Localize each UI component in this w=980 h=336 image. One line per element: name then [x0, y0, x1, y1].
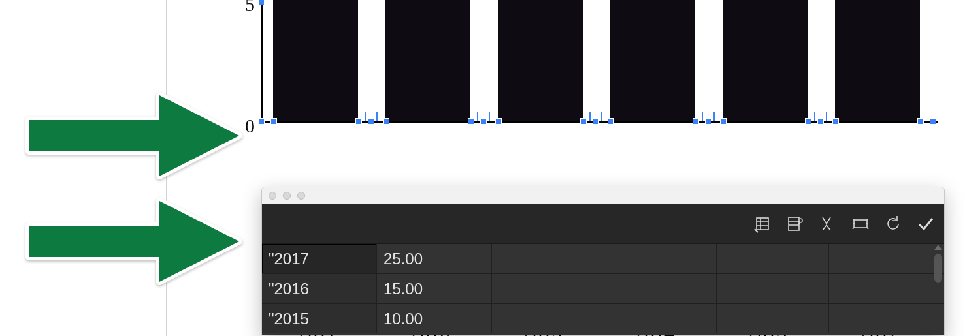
- cell-empty[interactable]: [492, 304, 604, 333]
- cell-value[interactable]: 15.00: [377, 274, 492, 303]
- apply-icon[interactable]: [917, 215, 935, 233]
- bar-rect[interactable]: [610, 0, 695, 121]
- table-row[interactable]: "2016 15.00: [262, 273, 944, 303]
- window-zoom-icon[interactable]: [297, 192, 305, 200]
- cell-value[interactable]: 10.00: [377, 304, 492, 333]
- cell-empty[interactable]: [492, 244, 604, 273]
- y-tick-5: 5: [222, 0, 255, 16]
- selection-handle[interactable]: [720, 118, 727, 125]
- selection-tick: [376, 112, 378, 121]
- svg-rect-2: [854, 220, 867, 228]
- cell-year[interactable]: "2017: [262, 244, 377, 273]
- bar-rect[interactable]: [498, 0, 583, 121]
- graph-data-panel[interactable]: "2017 25.00 "2016 15.00 "2015 10.00: [261, 187, 945, 335]
- cell-empty[interactable]: [604, 304, 717, 333]
- cell-empty[interactable]: [717, 304, 829, 333]
- cell-empty[interactable]: [604, 274, 717, 303]
- selection-tick: [702, 112, 703, 121]
- window-titlebar[interactable]: [262, 187, 944, 204]
- selection-handle[interactable]: [495, 118, 502, 125]
- svg-rect-1: [789, 217, 799, 230]
- data-grid[interactable]: "2017 25.00 "2016 15.00 "2015 10.00: [262, 243, 944, 335]
- selection-tick: [489, 112, 490, 121]
- cell-empty[interactable]: [829, 304, 941, 333]
- cell-year[interactable]: "2016: [262, 274, 377, 303]
- cell-empty[interactable]: [492, 274, 604, 303]
- import-data-icon[interactable]: [753, 215, 772, 233]
- cell-empty[interactable]: [829, 274, 941, 303]
- selection-handle[interactable]: [930, 118, 936, 125]
- cell-empty[interactable]: [829, 244, 941, 273]
- window-minimize-icon[interactable]: [283, 192, 291, 200]
- table-row[interactable]: "2017 25.00: [262, 243, 944, 273]
- selection-handle[interactable]: [693, 118, 699, 125]
- selection-handle[interactable]: [355, 118, 362, 125]
- window-close-icon[interactable]: [269, 192, 276, 200]
- bar-rect[interactable]: [273, 0, 358, 121]
- selection-handle[interactable]: [468, 118, 474, 125]
- cell-value[interactable]: 25.00: [377, 244, 492, 273]
- annotation-arrow-chart-icon: [24, 90, 243, 181]
- selection-tick: [601, 112, 602, 121]
- cell-style-icon[interactable]: [851, 215, 870, 233]
- selection-tick: [589, 112, 591, 121]
- scroll-up-icon[interactable]: [934, 245, 942, 250]
- selection-handle[interactable]: [368, 118, 374, 125]
- bars-group[interactable]: 2017 2016 2015 2014 2013: [261, 0, 938, 121]
- selection-handle[interactable]: [705, 118, 711, 125]
- selection-handle[interactable]: [593, 118, 599, 125]
- selection-tick: [713, 112, 715, 121]
- selection-handle[interactable]: [580, 118, 587, 125]
- selection-handle[interactable]: [805, 118, 811, 125]
- selection-handle[interactable]: [917, 118, 924, 125]
- selection-handle[interactable]: [832, 118, 839, 125]
- selection-handle[interactable]: [817, 118, 824, 125]
- transpose-icon[interactable]: [786, 215, 804, 233]
- table-row[interactable]: "2015 10.00: [262, 303, 944, 333]
- bar-rect[interactable]: [835, 0, 920, 121]
- scrollbar[interactable]: [934, 245, 943, 333]
- revert-icon[interactable]: [884, 215, 902, 233]
- cell-year[interactable]: "2015: [262, 304, 377, 333]
- selection-tick: [477, 112, 478, 121]
- cell-empty[interactable]: [717, 244, 829, 273]
- svg-rect-0: [757, 218, 768, 230]
- selection-tick: [814, 112, 815, 121]
- selection-handle[interactable]: [608, 118, 614, 125]
- bar-rect[interactable]: [723, 0, 808, 121]
- cell-empty[interactable]: [717, 274, 829, 303]
- panel-toolbar: [262, 204, 944, 243]
- cell-empty[interactable]: [604, 244, 717, 273]
- selection-handle[interactable]: [258, 118, 265, 125]
- selection-tick: [826, 112, 827, 121]
- selection-handle[interactable]: [383, 118, 389, 125]
- selection-handle[interactable]: [480, 118, 487, 125]
- scroll-thumb[interactable]: [934, 254, 942, 283]
- annotation-arrow-panel-icon: [24, 196, 243, 287]
- selection-tick: [365, 112, 366, 121]
- bar-rect[interactable]: [385, 0, 470, 121]
- bar-chart[interactable]: 5 0 2017 2016 2015 2014: [242, 0, 941, 157]
- swap-xy-icon[interactable]: [819, 215, 837, 233]
- selection-handle[interactable]: [270, 118, 277, 125]
